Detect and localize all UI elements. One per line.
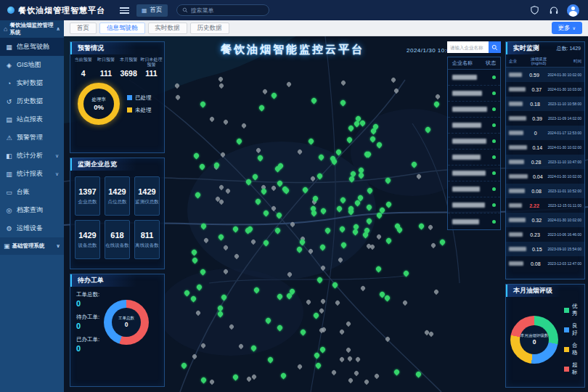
overview-stat-box: 811离线设备数 [134, 220, 160, 259]
app-title: 餐饮油烟管理智慧平台 [18, 5, 105, 16]
more-button[interactable]: 更多 ∨ [552, 22, 582, 34]
company-name-redacted [452, 139, 486, 144]
realtime-total: 总数: 1429 [557, 45, 581, 52]
processing-rate-donut: 处理率 0% [78, 83, 120, 125]
page-tab[interactable]: 信息驾驶舱 [99, 23, 145, 34]
realtime-row[interactable]: 0.592024-01-30 10:02:00 [506, 68, 584, 82]
realtime-row[interactable]: 0.372024-01-30 10:03:00 [506, 82, 584, 97]
menu-search-input[interactable] [191, 7, 264, 14]
realtime-row[interactable]: 0.392023-11-09 14:02:00 [506, 111, 584, 126]
timestamp: 2024-01-30 10:02:00 [548, 145, 581, 150]
concentration-value: 0.28 [524, 160, 548, 165]
company-row[interactable] [448, 213, 500, 229]
chevron-down-icon: ∨ [56, 243, 60, 249]
company-search-button[interactable] [489, 41, 501, 53]
company-name-redacted [509, 131, 523, 135]
sidebar-item[interactable]: ▦信息驾驶舱 [0, 38, 64, 56]
chevron-down-icon: ∨ [55, 153, 59, 159]
chevron-up-icon: ∧ [56, 26, 60, 32]
company-row[interactable] [448, 70, 500, 86]
realtime-row[interactable]: 2.222023-12-15 01:11:00 [506, 198, 584, 213]
sidebar-item[interactable]: ▭台账 [0, 183, 64, 201]
sidebar-base-system-title[interactable]: ▣ 基础管理系统 ∨ [0, 237, 64, 255]
realtime-row[interactable]: 0.182023-11-10 10:58:00 [506, 97, 584, 111]
page-tab[interactable]: 实时数据 [148, 23, 187, 34]
processing-rate-label: 处理率 [91, 97, 106, 103]
headset-icon[interactable] [547, 4, 560, 17]
alarm-stat: 当前预警4 [72, 57, 94, 78]
company-name-redacted [509, 203, 522, 208]
realtime-row[interactable]: 0.082023-12-03 12:47:00 [506, 256, 584, 271]
company-row[interactable] [448, 181, 500, 197]
company-row[interactable] [448, 134, 500, 150]
status-dot [492, 139, 496, 143]
sidebar-item[interactable]: ⚠预警管理 [0, 128, 64, 147]
legend-swatch [127, 107, 132, 113]
company-row[interactable] [448, 86, 500, 102]
alarm-stat-label: 昨日预警 [94, 57, 117, 68]
realtime-row[interactable]: 0.322024-01-30 10:02:00 [506, 213, 584, 227]
sidebar-item[interactable]: ▥统计报表∨ [0, 165, 64, 183]
page-tab[interactable]: 历史数据 [190, 23, 229, 34]
realtime-row[interactable]: 0.042024-01-30 10:02:00 [506, 169, 584, 184]
sidebar-item-label: 历史数据 [17, 97, 43, 106]
sidebar-system-title[interactable]: ⌂ 餐饮油烟监控管理系统 ∧ [0, 20, 64, 38]
realtime-row[interactable]: 0.082023-11-01 10:52:00 [506, 184, 584, 198]
stat-value: 1429 [78, 231, 96, 240]
status-dot [492, 187, 496, 191]
realtime-row[interactable]: 0.232023-10-06 16:46:00 [506, 227, 584, 242]
realtime-rows: 0.592024-01-30 10:02:000.372024-01-30 10… [506, 68, 584, 279]
rating-center-label: 本月油烟评级数 [520, 333, 549, 338]
user-avatar[interactable] [567, 4, 579, 17]
stat-value: 1429 [138, 187, 155, 196]
sidebar-item[interactable]: ↺历史数据 [0, 92, 64, 110]
menu-item-icon: ↺ [5, 98, 13, 105]
breadcrumb-home-chip[interactable]: ▦ 首页 [136, 4, 168, 17]
company-rows [448, 70, 500, 229]
workorder-stat-value: 0 [76, 299, 99, 308]
overview-stat-box: 1429监测仪总数 [134, 176, 160, 216]
company-name-redacted [452, 75, 477, 80]
realtime-row[interactable]: 0.142024-01-30 10:02:00 [506, 140, 584, 155]
sidebar-item[interactable]: ◎档案查询 [0, 201, 64, 219]
shield-icon[interactable] [528, 4, 541, 17]
sidebar-item-label: 统计分析 [17, 151, 43, 160]
logo-icon [7, 7, 15, 14]
company-row[interactable] [448, 118, 500, 134]
menu-search[interactable] [176, 4, 269, 16]
menu-item-icon: ⚠ [5, 134, 13, 142]
workorder-stat-label: 已办工单: [76, 336, 99, 343]
sidebar-item[interactable]: ◔实时数据 [0, 74, 64, 92]
company-row[interactable] [448, 166, 500, 181]
sidebar-item[interactable]: ◧统计分析∨ [0, 147, 64, 165]
alarm-stat-label: 当前预警 [72, 57, 94, 68]
sidebar-item[interactable]: ⚙运维设备 [0, 219, 64, 237]
company-search-input[interactable] [447, 41, 489, 53]
workorder-stat-label: 待办工单: [76, 314, 99, 321]
realtime-row[interactable]: 0.282023-11-10 10:47:00 [506, 155, 584, 169]
company-name-redacted [452, 219, 479, 224]
company-row[interactable] [448, 197, 500, 213]
legend-label: 未处理 [135, 107, 152, 114]
legend-label: 合格 [572, 342, 580, 356]
sidebar-item[interactable]: ▤站点报表 [0, 110, 64, 128]
realtime-row[interactable]: 0.152023-09-10 15:54:00 [506, 242, 584, 256]
company-list-col-status: 状态 [486, 60, 496, 67]
search-icon [491, 44, 498, 51]
menu-toggle-icon[interactable] [120, 7, 129, 14]
timestamp: 2024-01-30 10:02:00 [547, 73, 581, 77]
company-name-redacted [509, 174, 528, 179]
company-row[interactable] [448, 102, 500, 118]
concentration-value: 0.08 [525, 189, 548, 194]
concentration-value: 0.18 [523, 102, 547, 107]
stat-label: 监测仪总数 [135, 199, 159, 205]
page-tab[interactable]: 首页 [70, 23, 97, 34]
company-row[interactable] [448, 150, 500, 166]
sidebar-item[interactable]: ◈GIS地图 [0, 56, 64, 74]
concentration-value: 0.15 [526, 247, 548, 252]
overview-stat-box: 1397企业总数 [75, 176, 100, 216]
workorder-panel: 待办工单 工单总数:0待办工单:0已办工单:0 工单总数 0 [70, 274, 165, 387]
company-name-redacted [452, 107, 487, 112]
company-name-redacted [509, 189, 525, 193]
realtime-row[interactable]: 02024-01-17 12:53:00 [506, 126, 584, 140]
